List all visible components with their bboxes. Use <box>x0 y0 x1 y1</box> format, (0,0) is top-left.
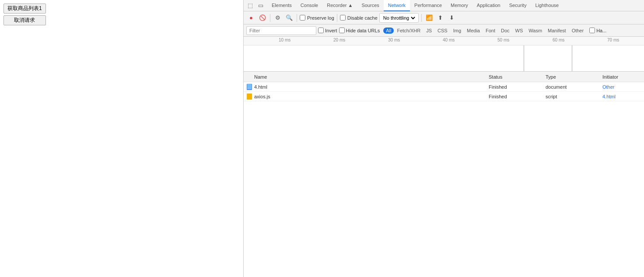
filter-bar: Invert Hide data URLs All Fetch/XHR JS C… <box>244 24 644 37</box>
ruler-mark-60ms: 60 ms <box>553 38 564 42</box>
ha-checkbox-label[interactable]: Ha... <box>589 28 606 33</box>
col-header-name[interactable]: Name <box>244 74 489 80</box>
filter-wasm-button[interactable]: Wasm <box>526 28 545 34</box>
row-initiator-4html: Other <box>602 84 644 90</box>
ruler-mark-50ms: 50 ms <box>497 38 509 42</box>
row-type-4html: document <box>546 84 602 90</box>
filter-media-button[interactable]: Media <box>464 28 483 34</box>
table-row[interactable]: axios.js Finished script 4.html <box>244 92 644 101</box>
filter-font-button[interactable]: Font <box>483 28 498 34</box>
filter-icon-button[interactable]: ⚙ <box>273 13 283 23</box>
filter-css-button[interactable]: CSS <box>435 28 450 34</box>
import-button[interactable]: ⬆ <box>436 13 445 23</box>
ruler-mark-40ms: 40 ms <box>443 38 455 42</box>
tab-security[interactable]: Security <box>505 0 531 11</box>
row-status-axiosjs: Finished <box>489 94 546 99</box>
row-status-4html: Finished <box>489 84 546 90</box>
hide-data-urls-checkbox-label[interactable]: Hide data URLs <box>339 28 380 33</box>
tab-network[interactable]: Network <box>384 0 410 11</box>
timeline-line-1 <box>524 45 524 72</box>
fetch-products-button[interactable]: 获取商品列表1 <box>4 3 46 14</box>
disable-cache-checkbox-label[interactable]: Disable cache <box>340 15 378 21</box>
ha-label: Ha... <box>596 28 606 33</box>
record-button[interactable]: ● <box>246 13 256 23</box>
timeline-chart <box>244 45 644 72</box>
network-table: Name Status Type Initiator 4.html Finish… <box>244 72 644 277</box>
ha-checkbox[interactable] <box>589 28 595 33</box>
filter-other-button[interactable]: Other <box>569 28 587 34</box>
timeline-area: 10 ms 20 ms 30 ms 40 ms 50 ms 60 ms 70 m… <box>244 37 644 72</box>
disable-cache-label: Disable cache <box>347 15 378 21</box>
filter-manifest-button[interactable]: Manifest <box>545 28 569 34</box>
search-button[interactable]: 🔍 <box>284 13 294 23</box>
ruler-mark-70ms: 70 ms <box>607 38 619 42</box>
col-header-initiator[interactable]: Initiator <box>602 74 644 80</box>
javascript-file-icon <box>247 93 252 100</box>
tab-lighthouse[interactable]: Lighthouse <box>531 0 563 11</box>
devtools-panel: ⬚ ▭ Elements Console Recorder ▲ Sources … <box>243 0 644 277</box>
cancel-request-button[interactable]: 取消请求 <box>4 15 46 25</box>
filter-js-button[interactable]: JS <box>424 28 434 34</box>
network-toolbar: ● 🚫 ⚙ 🔍 Preserve log Disable cache No th… <box>244 11 644 24</box>
toolbar-separator-3 <box>337 14 337 22</box>
js-icon <box>246 93 252 100</box>
preserve-log-checkbox[interactable] <box>300 15 305 21</box>
row-type-axiosjs: script <box>546 94 602 99</box>
ruler-mark-30ms: 30 ms <box>388 38 400 42</box>
filter-input[interactable] <box>246 26 316 35</box>
col-header-status[interactable]: Status <box>489 74 546 80</box>
tab-performance[interactable]: Performance <box>410 0 446 11</box>
tab-elements[interactable]: Elements <box>267 0 296 11</box>
filter-type-buttons: All Fetch/XHR JS CSS Img Media Font Doc … <box>383 28 606 34</box>
timeline-line-2 <box>572 45 572 72</box>
row-filename-axiosjs: axios.js <box>254 94 270 99</box>
throttle-select-container[interactable]: No throttling Fast 3G Slow 3G Offline <box>379 13 419 23</box>
invert-checkbox[interactable] <box>318 28 324 33</box>
col-header-type[interactable]: Type <box>546 74 602 80</box>
table-header: Name Status Type Initiator <box>244 72 644 82</box>
row-name-4html: 4.html <box>244 84 489 90</box>
hide-data-urls-label: Hide data URLs <box>346 28 380 33</box>
timeline-ruler: 10 ms 20 ms 30 ms 40 ms 50 ms 60 ms 70 m… <box>244 37 644 45</box>
tab-bar-icons: ⬚ ▭ <box>245 1 266 10</box>
table-row[interactable]: 4.html Finished document Other <box>244 82 644 92</box>
document-file-icon <box>247 84 252 90</box>
page-buttons: 获取商品列表1 取消请求 <box>4 3 46 25</box>
tab-bar: ⬚ ▭ Elements Console Recorder ▲ Sources … <box>244 0 644 11</box>
initiator-link-4html[interactable]: 4.html <box>602 94 616 99</box>
ruler-mark-20ms: 20 ms <box>333 38 345 42</box>
doc-icon <box>246 84 252 90</box>
filter-all-button[interactable]: All <box>383 28 394 34</box>
filter-fetch-xhr-button[interactable]: Fetch/XHR <box>394 28 423 34</box>
tab-sources[interactable]: Sources <box>357 0 383 11</box>
export-button[interactable]: ⬇ <box>447 13 457 23</box>
ruler-mark-10ms: 10 ms <box>279 38 290 42</box>
toolbar-separator-2 <box>297 14 297 22</box>
wifi-icon-button[interactable]: 📶 <box>424 13 434 23</box>
invert-label: Invert <box>325 28 337 33</box>
clear-button[interactable]: 🚫 <box>258 13 267 23</box>
filter-ws-button[interactable]: WS <box>513 28 526 34</box>
row-filename-4html: 4.html <box>254 84 267 90</box>
device-icon[interactable]: ▭ <box>256 1 266 10</box>
filter-img-button[interactable]: Img <box>451 28 464 34</box>
toolbar-separator-1 <box>270 14 270 22</box>
throttle-select[interactable]: No throttling Fast 3G Slow 3G Offline <box>382 15 416 21</box>
tab-memory[interactable]: Memory <box>446 0 472 11</box>
inspect-icon[interactable]: ⬚ <box>245 1 255 10</box>
row-name-axiosjs: axios.js <box>244 93 489 100</box>
preserve-log-checkbox-label[interactable]: Preserve log <box>300 15 334 21</box>
tab-application[interactable]: Application <box>472 0 505 11</box>
toolbar-separator-4 <box>421 14 422 22</box>
invert-checkbox-label[interactable]: Invert <box>318 28 337 33</box>
filter-doc-button[interactable]: Doc <box>498 28 512 34</box>
disable-cache-checkbox[interactable] <box>340 15 346 21</box>
tab-recorder[interactable]: Recorder ▲ <box>322 0 357 11</box>
row-initiator-axiosjs[interactable]: 4.html <box>602 94 644 99</box>
tab-console[interactable]: Console <box>296 0 322 11</box>
hide-data-urls-checkbox[interactable] <box>339 28 345 33</box>
preserve-log-label: Preserve log <box>307 15 334 21</box>
